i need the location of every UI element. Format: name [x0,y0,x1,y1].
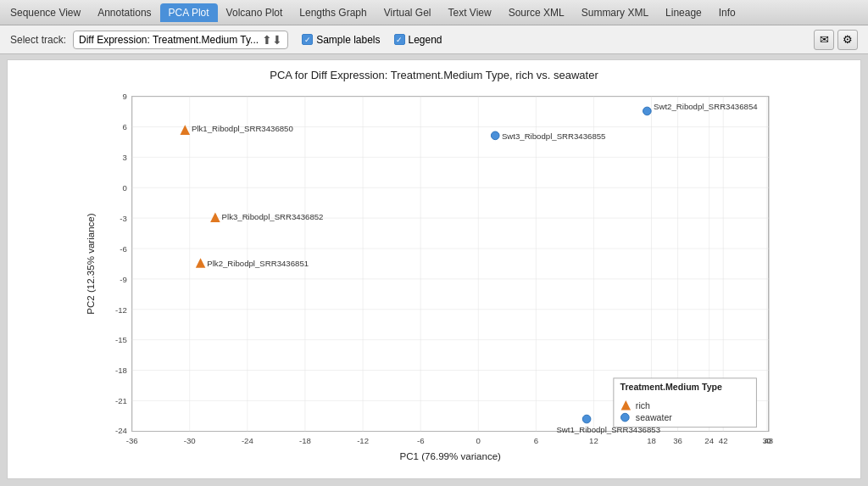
chart-inner: -36 -30 -24 -18 -12 -6 0 6 12 18 24 30 3… [16,88,852,464]
tab-sequence-view[interactable]: Sequence View [2,3,89,22]
tab-summary-xml[interactable]: Summary XML [573,3,657,22]
label-swt3: Swt3_Ribodpl_SRR3436855 [502,131,606,141]
label-plk2: Plk2_Ribodpl_SRR3436851 [207,259,309,268]
svg-text:-6: -6 [120,244,127,254]
y-axis-labels: 9 6 3 0 -3 -6 -9 -12 -15 -18 -21 -24 [115,92,128,435]
settings-icon[interactable]: ⚙ [837,30,858,50]
svg-text:3: 3 [123,153,127,162]
legend-group: ✓ Legend [394,34,442,46]
x-axis-title: PC1 (76.99% variance) [400,451,502,461]
legend-seawater-label: seawater [636,412,672,422]
svg-text:-12: -12 [115,305,127,315]
legend-title: Treatment.Medium Type [620,382,722,392]
svg-text:12: 12 [589,436,598,445]
tab-info[interactable]: Info [710,3,744,22]
svg-text:0: 0 [476,436,481,445]
label-swt2: Swt2_Ribodpl_SRR3436854 [654,102,758,111]
legend-checkbox[interactable]: ✓ [394,34,405,45]
svg-text:24: 24 [704,436,714,445]
tab-bar: Sequence View Annotations PCA Plot Volca… [0,0,868,25]
pca-plot: -36 -30 -24 -18 -12 -6 0 6 12 18 24 30 3… [16,88,852,464]
svg-text:42: 42 [719,436,728,445]
sample-labels-checkbox[interactable]: ✓ [302,34,313,45]
tab-text-view[interactable]: Text View [440,3,500,22]
svg-text:36: 36 [673,436,682,445]
svg-text:6: 6 [534,436,538,445]
svg-text:-30: -30 [184,436,196,445]
label-plk3: Plk3_Ribodpl_SRR3436852 [222,212,324,221]
track-select-arrow-icon: ⬆⬇ [262,33,282,47]
svg-text:48: 48 [764,436,773,445]
svg-text:-24: -24 [242,436,254,445]
svg-text:-12: -12 [357,436,369,445]
legend-seawater-icon [621,413,630,422]
legend-rich-label: rich [636,400,650,411]
toolbar: Select track: Diff Expression: Treatment… [0,25,868,54]
svg-text:-18: -18 [115,366,127,375]
svg-text:-3: -3 [120,214,127,223]
tab-annotations[interactable]: Annotations [89,3,159,22]
chart-title: PCA for Diff Expression: Treatment.Mediu… [16,69,852,81]
svg-text:-18: -18 [299,436,311,445]
tab-lineage[interactable]: Lineage [657,3,710,22]
sample-labels-text: Sample labels [316,34,380,46]
point-swt2 [643,107,652,115]
export-icon[interactable]: ✉ [814,30,834,50]
svg-text:-24: -24 [115,426,128,435]
track-label: Select track: [10,34,66,46]
point-swt3 [491,131,499,140]
y-axis-title: PC2 (12.35% variance) [86,213,96,315]
svg-text:0: 0 [123,183,127,193]
track-value: Diff Expression: Treatment.Medium Ty... [79,34,259,46]
tab-lengths-graph[interactable]: Lengths Graph [291,3,375,22]
x-axis-labels-extra: 36 42 48 [673,436,773,445]
svg-text:-36: -36 [126,436,138,445]
svg-text:-15: -15 [115,335,127,344]
sample-labels-group: ✓ Sample labels [302,34,380,46]
track-select[interactable]: Diff Expression: Treatment.Medium Ty... … [73,31,288,49]
svg-text:-21: -21 [115,396,127,405]
svg-text:-9: -9 [120,275,127,284]
toolbar-icons: ✉ ⚙ [814,30,858,50]
tab-virtual-gel[interactable]: Virtual Gel [376,3,440,22]
tab-source-xml[interactable]: Source XML [500,3,573,22]
tab-volcano-plot[interactable]: Volcano Plot [218,3,292,22]
svg-text:6: 6 [123,122,127,131]
legend-text: Legend [409,34,442,46]
point-swt1 [582,415,591,423]
chart-container: PCA for Diff Expression: Treatment.Mediu… [7,59,861,479]
label-plk1: Plk1_Ribodpl_SRR3436850 [192,124,293,133]
svg-text:18: 18 [647,436,656,445]
svg-text:-6: -6 [417,436,425,445]
svg-text:9: 9 [123,92,127,101]
tab-pca-plot[interactable]: PCA Plot [160,3,218,22]
